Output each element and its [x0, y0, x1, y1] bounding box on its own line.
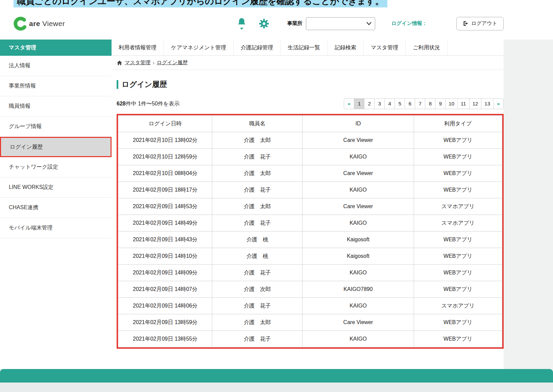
table-cell-r3-c2: KAIGO	[303, 182, 414, 198]
table-row: 2021年02月10日 13時02分介護 太郎Care ViewerWEBアプリ	[118, 132, 502, 149]
pagination-page-3[interactable]: 3	[374, 98, 385, 109]
table-cell-r0-c3: WEBアプリ	[414, 132, 502, 149]
table-cell-r3-c3: WEBアプリ	[414, 182, 502, 198]
table-cell-r11-c2: Care Viewer	[303, 314, 414, 331]
table-row: 2021年02月09日 18時17分介護 花子KAIGOWEBアプリ	[118, 182, 502, 198]
table-cell-r12-c3: WEBアプリ	[414, 331, 502, 347]
table-cell-r7-c1: 介護 桃	[212, 248, 303, 265]
pagination-first-button[interactable]: «	[344, 98, 354, 109]
page-title: ログイン履歴	[117, 80, 504, 89]
table-cell-r3-c1: 介護 花子	[212, 182, 303, 198]
pagination-page-12[interactable]: 12	[469, 98, 482, 109]
logout-icon	[463, 21, 468, 26]
table-cell-r2-c1: 介護 太郎	[212, 165, 303, 182]
sidebar-item-0[interactable]: 法人情報	[0, 56, 112, 76]
chevron-down-icon	[366, 22, 371, 25]
table-cell-r8-c1: 介護 花子	[212, 265, 303, 281]
pagination-page-10[interactable]: 10	[445, 98, 458, 109]
logout-button[interactable]: ログアウト	[456, 17, 504, 30]
table-cell-r8-c0: 2021年02月09日 14時09分	[118, 265, 212, 281]
tab-2[interactable]: 介護記録管理	[234, 40, 281, 55]
sidebar-item-8[interactable]: モバイル端末管理	[0, 218, 112, 238]
sidebar-item-4[interactable]: ログイン履歴	[0, 137, 112, 157]
table-cell-r5-c2: KAIGO	[303, 215, 414, 231]
top-annotation-banner: 職員ごとのログインユーザ、スマホアプリからのログイン履歴を確認することができます…	[0, 0, 553, 7]
pagination-page-2[interactable]: 2	[364, 98, 375, 109]
sidebar-item-2[interactable]: 職員情報	[0, 96, 112, 117]
care-viewer-logo: are Viewer	[13, 16, 65, 31]
main-tab-bar: 利用者情報管理ケアマネジメント管理介護記録管理生活記録一覧記録検索マスタ管理ご利…	[112, 40, 504, 56]
table-cell-r1-c3: WEBアプリ	[414, 149, 502, 165]
table-cell-r1-c2: KAIGO	[303, 149, 414, 165]
gear-icon	[258, 18, 270, 29]
pagination-page-11[interactable]: 11	[457, 98, 470, 109]
top-annotation-text: 職員ごとのログインユーザ、スマホアプリからのログイン履歴を確認することができます…	[14, 0, 387, 7]
tab-4[interactable]: 記録検索	[328, 40, 364, 55]
sidebar-item-7[interactable]: CHASE連携	[0, 198, 112, 218]
table-cell-r1-c1: 介護 花子	[212, 149, 303, 165]
table-cell-r12-c1: 介護 花子	[212, 331, 303, 347]
table-cell-r0-c2: Care Viewer	[303, 132, 414, 149]
office-select[interactable]	[306, 17, 375, 30]
table-row: 2021年02月09日 14時10分介護 桃KaigosoftWEBアプリ	[118, 248, 502, 265]
table-header-cell-1: 職員名	[212, 116, 303, 132]
breadcrumb-separator: ›	[153, 60, 154, 66]
sidebar-item-3[interactable]: グループ情報	[0, 117, 112, 137]
table-cell-r8-c2: KAIGO	[303, 265, 414, 281]
table-row: 2021年02月09日 13時55分介護 花子KAIGOWEBアプリ	[118, 331, 502, 347]
table-cell-r6-c2: Kaigosoft	[303, 231, 414, 248]
pagination-page-6[interactable]: 6	[405, 98, 415, 109]
table-cell-r6-c0: 2021年02月09日 14時43分	[118, 231, 212, 248]
pagination-page-4[interactable]: 4	[384, 98, 395, 109]
table-cell-r6-c3: WEBアプリ	[414, 231, 502, 248]
pagination-page-1[interactable]: 1	[354, 98, 364, 109]
table-cell-r7-c2: Kaigosoft	[303, 248, 414, 265]
breadcrumb-link-master[interactable]: マスタ管理	[125, 59, 150, 66]
table-cell-r2-c0: 2021年02月10日 08時04分	[118, 165, 212, 182]
sidebar-item-5[interactable]: チャットワーク設定	[0, 157, 112, 177]
table-cell-r0-c1: 介護 太郎	[212, 132, 303, 149]
table-row: 2021年02月09日 14時06分介護 花子KAIGOスマホアプリ	[118, 298, 502, 314]
logo-text: are Viewer	[29, 20, 65, 28]
login-info-label: ログイン情報 :	[391, 20, 426, 27]
table-header-cell-0: ログイン日時	[118, 116, 212, 132]
pagination-page-8[interactable]: 8	[425, 98, 435, 109]
table-cell-r9-c3: WEBアプリ	[414, 281, 502, 298]
main-content: マスタ管理 › ログイン履歴 ログイン履歴 628件中 1件〜50件を表示 «1…	[112, 56, 504, 369]
tab-5[interactable]: マスタ管理	[364, 40, 406, 55]
table-cell-r4-c0: 2021年02月09日 14時53分	[118, 198, 212, 215]
pagination-page-9[interactable]: 9	[435, 98, 446, 109]
pagination-page-5[interactable]: 5	[394, 98, 405, 109]
pagination-page-7[interactable]: 7	[415, 98, 425, 109]
settings-gear-icon[interactable]	[258, 18, 270, 29]
table-header-row: ログイン日時職員名ID利用タイプ	[118, 116, 502, 132]
table-cell-r9-c0: 2021年02月09日 14時07分	[118, 281, 212, 298]
table-cell-r12-c0: 2021年02月09日 13時55分	[118, 331, 212, 347]
table-cell-r2-c3: WEBアプリ	[414, 165, 502, 182]
breadcrumb-link-login-history[interactable]: ログイン履歴	[157, 59, 188, 66]
pagination-page-13[interactable]: 13	[481, 98, 494, 109]
notification-bell-icon[interactable]	[237, 17, 247, 30]
table-cell-r3-c0: 2021年02月09日 18時17分	[118, 182, 212, 198]
nav-row: マスタ管理 利用者情報管理ケアマネジメント管理介護記録管理生活記録一覧記録検索マ…	[0, 40, 553, 56]
table-cell-r7-c0: 2021年02月09日 14時10分	[118, 248, 212, 265]
tab-1[interactable]: ケアマネジメント管理	[164, 40, 234, 55]
tab-0[interactable]: 利用者情報管理	[112, 40, 164, 55]
pagination-last-button[interactable]: »	[493, 98, 504, 109]
table-cell-r6-c1: 介護 桃	[212, 231, 303, 248]
office-label: 事業所	[287, 20, 303, 27]
table-row: 2021年02月10日 08時04分介護 太郎Care ViewerWEBアプリ	[118, 165, 502, 182]
sidebar-item-1[interactable]: 事業所情報	[0, 76, 112, 96]
table-cell-r10-c3: スマホアプリ	[414, 298, 502, 314]
record-count-text: 628件中 1件〜50件を表示	[117, 100, 179, 107]
tab-3[interactable]: 生活記録一覧	[281, 40, 328, 55]
table-cell-r0-c0: 2021年02月10日 13時02分	[118, 132, 212, 149]
page-root: 職員ごとのログインユーザ、スマホアプリからのログイン履歴を確認することができます…	[0, 0, 553, 392]
table-cell-r11-c3: WEBアプリ	[414, 314, 502, 331]
header-right: 事業所 ログイン情報 : ログアウト	[237, 17, 504, 30]
table-cell-r7-c3: WEBアプリ	[414, 248, 502, 265]
bell-caret	[240, 28, 243, 30]
sidebar-header: マスタ管理	[0, 40, 112, 56]
sidebar-item-6[interactable]: LINE WORKS設定	[0, 177, 112, 198]
tab-6[interactable]: ご利用状況	[406, 40, 447, 55]
